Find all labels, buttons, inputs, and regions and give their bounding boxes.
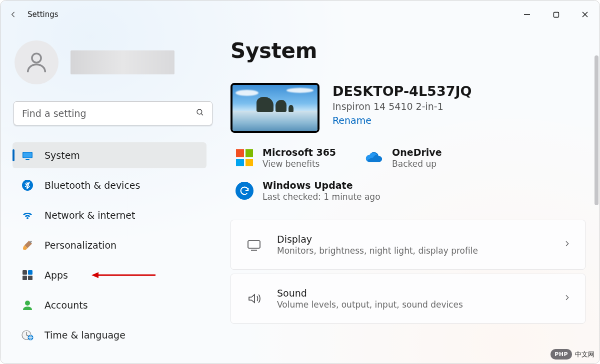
status-onedrive[interactable]: OneDrive Backed up [365, 147, 442, 169]
status-title: OneDrive [392, 147, 442, 158]
nav-label: Personalization [44, 240, 116, 251]
microsoft-logo-icon [236, 149, 254, 167]
monitor-icon [22, 149, 34, 161]
status-microsoft365[interactable]: Microsoft 365 View benefits [236, 147, 336, 169]
annotation-arrow-icon [92, 272, 156, 279]
accounts-icon [22, 299, 34, 311]
status-row: Microsoft 365 View benefits OneDrive Bac… [230, 147, 596, 169]
svg-point-10 [22, 180, 33, 191]
titlebar: Settings [0, 0, 600, 28]
nav-item-apps[interactable]: Apps [12, 262, 206, 288]
minimize-button[interactable] [512, 4, 542, 24]
card-subtitle: Monitors, brightness, night light, displ… [277, 246, 549, 256]
svg-rect-14 [28, 276, 32, 280]
arrow-left-icon [8, 9, 18, 19]
card-sound[interactable]: Sound Volume levels, output, input, soun… [230, 274, 586, 324]
nav-item-time-language[interactable]: Time & language [12, 322, 206, 348]
nav-label: Accounts [44, 300, 88, 311]
username-redacted [70, 50, 174, 74]
rename-link[interactable]: Rename [332, 115, 472, 126]
window-buttons [512, 4, 600, 24]
status-title: Microsoft 365 [262, 147, 336, 158]
app-title: Settings [28, 10, 58, 19]
svg-point-5 [197, 109, 202, 114]
profile-section[interactable] [12, 40, 206, 84]
onedrive-icon [365, 149, 383, 167]
main-content: System DESKTOP-4L537JQ Inspiron 14 5410 … [216, 28, 600, 364]
svg-point-17 [25, 301, 30, 306]
nav-item-network[interactable]: Network & internet [12, 202, 206, 228]
watermark: PHP 中文网 [550, 349, 594, 360]
status-title: Windows Update [262, 180, 380, 191]
device-name: DESKTOP-4L537JQ [332, 83, 472, 100]
minimize-icon [524, 11, 530, 18]
avatar [14, 40, 58, 84]
svg-rect-20 [248, 241, 260, 248]
back-button[interactable] [0, 0, 26, 28]
svg-point-4 [32, 53, 41, 62]
search-input[interactable] [14, 101, 212, 125]
display-icon [245, 236, 263, 254]
search-field[interactable] [14, 101, 212, 125]
nav-item-system[interactable]: System [12, 142, 206, 168]
scrollbar[interactable] [594, 55, 598, 205]
svg-rect-1 [554, 12, 558, 17]
nav-item-accounts[interactable]: Accounts [12, 292, 206, 318]
svg-rect-12 [28, 270, 32, 275]
nav-label: Time & language [44, 330, 126, 341]
device-model: Inspiron 14 5410 2-in-1 [332, 101, 472, 112]
nav-list: System Bluetooth & devices Network & int… [12, 142, 206, 348]
sync-icon [236, 182, 254, 200]
status-subtitle: Last checked: 1 minute ago [262, 192, 380, 202]
card-title: Display [277, 234, 549, 245]
status-windows-update[interactable]: Windows Update Last checked: 1 minute ag… [230, 180, 596, 202]
nav-item-bluetooth[interactable]: Bluetooth & devices [12, 172, 206, 198]
chevron-right-icon [563, 294, 571, 304]
nav-label: Apps [44, 270, 68, 281]
card-subtitle: Volume levels, output, input, sound devi… [277, 300, 549, 310]
status-subtitle: Backed up [392, 159, 442, 169]
card-title: Sound [277, 288, 549, 299]
nav-item-personalization[interactable]: Personalization [12, 232, 206, 258]
close-button[interactable] [570, 4, 600, 24]
bluetooth-icon [22, 179, 34, 191]
svg-rect-9 [26, 159, 30, 160]
paintbrush-icon [22, 239, 34, 251]
status-subtitle: View benefits [262, 159, 336, 169]
sidebar: System Bluetooth & devices Network & int… [0, 28, 216, 364]
svg-marker-16 [92, 272, 98, 278]
sound-icon [245, 290, 263, 308]
search-icon [196, 108, 204, 119]
device-summary: DESKTOP-4L537JQ Inspiron 14 5410 2-in-1 … [230, 83, 596, 133]
maximize-icon [553, 11, 560, 18]
svg-rect-11 [22, 270, 27, 275]
watermark-text: 中文网 [575, 350, 594, 359]
person-icon [24, 49, 50, 75]
clock-globe-icon [22, 329, 34, 341]
watermark-badge: PHP [550, 349, 572, 360]
svg-rect-13 [22, 276, 27, 280]
wifi-icon [22, 209, 34, 221]
chevron-right-icon [563, 240, 571, 250]
apps-icon [22, 269, 34, 281]
nav-label: System [44, 150, 80, 161]
page-heading: System [230, 38, 596, 63]
maximize-button[interactable] [542, 4, 570, 24]
nav-label: Bluetooth & devices [44, 180, 140, 191]
settings-cards: Display Monitors, brightness, night ligh… [230, 220, 596, 324]
desktop-thumbnail[interactable] [230, 83, 320, 133]
svg-rect-8 [24, 153, 32, 158]
close-icon [582, 11, 588, 18]
nav-label: Network & internet [44, 210, 135, 221]
card-display[interactable]: Display Monitors, brightness, night ligh… [230, 220, 586, 270]
svg-line-6 [201, 113, 203, 115]
